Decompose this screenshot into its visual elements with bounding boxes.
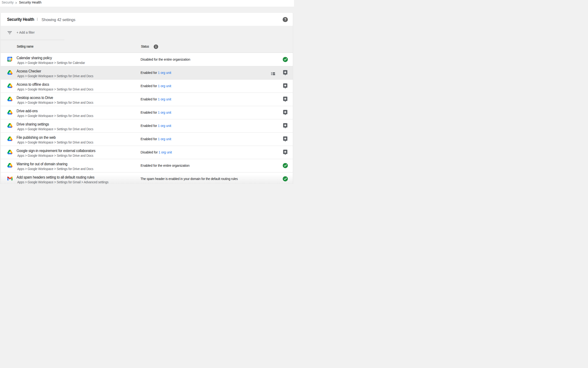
svg-text:31: 31	[9, 58, 11, 60]
